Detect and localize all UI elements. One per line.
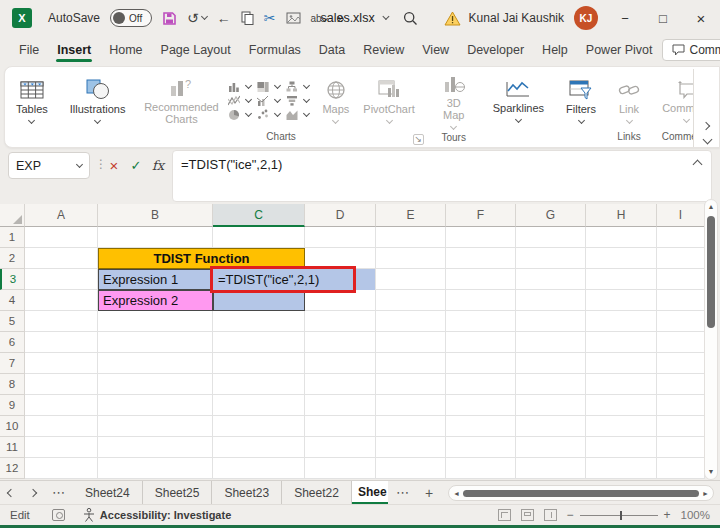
treemap-chart-icon[interactable]	[257, 81, 280, 93]
sheet-tab-sheet23[interactable]: Sheet23	[212, 481, 282, 504]
sheet-tab-active[interactable]: Shee	[352, 481, 388, 504]
row-header-2[interactable]: 2	[0, 248, 25, 269]
back-arrow-icon[interactable]: ←	[217, 10, 231, 26]
column-header-c[interactable]: C	[213, 204, 305, 227]
prev-sheet-icon[interactable]	[0, 490, 22, 496]
column-chart-icon[interactable]	[228, 81, 251, 93]
formula-input[interactable]: =TDIST("ice",2,1)	[172, 150, 712, 202]
pie-chart-icon[interactable]	[228, 109, 251, 121]
tab-review[interactable]: Review	[354, 38, 413, 62]
tables-button[interactable]: Tables	[11, 77, 53, 126]
comments-button[interactable]: Comments	[662, 39, 720, 61]
row-header-10[interactable]: 10	[0, 416, 25, 437]
ribbon-scroll-right-icon[interactable]	[702, 122, 710, 130]
normal-view-icon[interactable]	[498, 509, 511, 521]
maps-button[interactable]: Maps	[317, 77, 354, 126]
insert-function-icon[interactable]: fx	[148, 154, 168, 176]
zoom-slider[interactable]	[580, 515, 658, 516]
cancel-entry-icon[interactable]: ×	[104, 154, 124, 176]
zoom-out-icon[interactable]: −	[567, 508, 574, 522]
horizontal-scroll-thumb[interactable]	[463, 490, 699, 497]
search-icon[interactable]	[403, 11, 418, 26]
file-title[interactable]: sales.xlsx	[320, 11, 388, 25]
scroll-up-icon[interactable]: ▲	[708, 200, 715, 214]
macro-record-icon[interactable]	[52, 509, 65, 521]
row-header-1[interactable]: 1	[0, 227, 25, 248]
new-sheet-button[interactable]: +	[417, 485, 441, 501]
horizontal-scrollbar[interactable]: ◄ ►	[448, 485, 714, 501]
paste-picture-icon[interactable]	[286, 12, 301, 24]
close-button[interactable]: ×	[682, 0, 720, 36]
row-header-8[interactable]: 8	[0, 374, 25, 395]
scroll-down-icon[interactable]: ▼	[708, 465, 715, 479]
zoom-slider-thumb[interactable]	[620, 511, 622, 520]
3d-map-button[interactable]: 3D Map	[432, 71, 476, 132]
sheet-tab-sheet22[interactable]: Sheet22	[282, 481, 352, 504]
scroll-right-icon[interactable]: ►	[702, 490, 709, 497]
autosave-toggle[interactable]: Off	[110, 9, 152, 27]
hierarchy-chart-icon[interactable]	[286, 81, 309, 93]
collapse-ribbon-icon[interactable]	[703, 135, 713, 145]
scatter-chart-icon[interactable]	[257, 109, 280, 121]
dialog-launcher-icon[interactable]: ↘	[413, 134, 424, 145]
scroll-left-icon[interactable]: ◄	[453, 490, 460, 497]
row-header-11[interactable]: 11	[0, 437, 25, 458]
tab-help[interactable]: Help	[533, 38, 577, 62]
tab-data[interactable]: Data	[310, 38, 354, 62]
tab-home[interactable]: Home	[100, 38, 151, 62]
collapse-formula-bar-icon[interactable]	[693, 160, 703, 170]
page-break-view-icon[interactable]	[544, 509, 557, 521]
minimize-button[interactable]: −	[606, 0, 644, 36]
ribbon-scroll-rail[interactable]	[693, 69, 719, 148]
more-sheets-overflow-icon[interactable]: ⋯	[388, 485, 417, 500]
illustrations-button[interactable]: Illustrations	[65, 76, 131, 126]
vertical-scroll-thumb[interactable]	[707, 216, 715, 328]
tab-developer[interactable]: Developer	[458, 38, 533, 62]
column-header-h[interactable]: H	[586, 204, 657, 227]
name-box[interactable]: EXP	[8, 152, 90, 179]
column-header-i[interactable]: I	[657, 204, 705, 227]
warning-icon[interactable]	[444, 11, 461, 26]
cut-icon[interactable]: ✂	[264, 10, 276, 26]
recommended-charts-button[interactable]: ? Recommended Charts	[142, 75, 220, 128]
next-sheet-icon[interactable]	[22, 490, 44, 496]
line-chart-icon[interactable]	[228, 95, 251, 107]
funnel-chart-icon[interactable]	[286, 95, 309, 107]
maximize-button[interactable]: □	[644, 0, 682, 36]
select-all-button[interactable]	[0, 204, 25, 227]
tab-power-pivot[interactable]: Power Pivot	[577, 38, 662, 62]
tab-formulas[interactable]: Formulas	[240, 38, 310, 62]
cell-c4[interactable]	[213, 290, 305, 311]
row-header-6[interactable]: 6	[0, 332, 25, 353]
tab-insert[interactable]: Insert	[48, 38, 100, 62]
zoom-in-icon[interactable]: +	[664, 508, 671, 522]
tab-page-layout[interactable]: Page Layout	[152, 38, 240, 62]
page-layout-view-icon[interactable]	[521, 509, 534, 521]
sheet-tab-sheet25[interactable]: Sheet25	[143, 481, 213, 504]
tab-file[interactable]: File	[10, 38, 48, 62]
cell-b4[interactable]: Expression 2	[98, 290, 213, 311]
column-header-g[interactable]: G	[516, 204, 586, 227]
avatar[interactable]: KJ	[574, 6, 598, 30]
row-header-4[interactable]: 4	[0, 290, 25, 311]
column-header-b[interactable]: B	[98, 204, 213, 227]
column-header-f[interactable]: F	[446, 204, 516, 227]
accessibility-status[interactable]: Accessibility: Investigate	[83, 508, 231, 522]
zoom-level[interactable]: 100%	[681, 509, 710, 521]
filters-button[interactable]: Filters	[561, 77, 601, 126]
row-header-7[interactable]: 7	[0, 353, 25, 374]
column-header-a[interactable]: A	[25, 204, 98, 227]
more-sheets-icon[interactable]: ⋯	[44, 485, 73, 500]
user-name[interactable]: Kunal Jai Kaushik	[469, 11, 564, 25]
pivotchart-button[interactable]: PivotChart	[358, 77, 419, 126]
combo-chart-icon[interactable]	[257, 95, 280, 107]
copy-icon[interactable]	[241, 11, 254, 25]
vertical-scrollbar[interactable]: ▲ ▼	[704, 199, 718, 480]
area-chart-icon[interactable]	[286, 109, 309, 121]
undo-icon[interactable]: ↺	[187, 10, 207, 26]
sparklines-button[interactable]: Sparklines	[488, 77, 549, 125]
row-header-5[interactable]: 5	[0, 311, 25, 332]
row-header-3[interactable]: 3	[0, 269, 25, 290]
row-header-9[interactable]: 9	[0, 395, 25, 416]
column-header-e[interactable]: E	[376, 204, 446, 227]
